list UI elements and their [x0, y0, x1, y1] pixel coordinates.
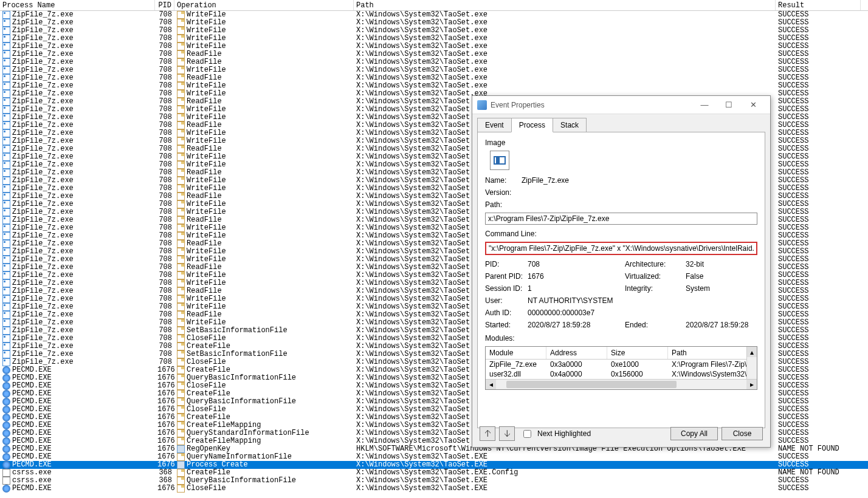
modules-table[interactable]: Module Address Size Path ZipFile_7z.exe0… — [485, 346, 757, 390]
module-row[interactable]: user32.dll0x4a00000x156000X:\Windows\Sys… — [486, 369, 757, 379]
process-icon — [2, 343, 10, 350]
pid-value: 1676 — [155, 461, 174, 469]
process-name: ZipFile_7z.exe — [12, 121, 74, 129]
operation-value: ReadFile — [187, 74, 222, 82]
table-row[interactable]: ZipFile_7z.exe708WriteFileX:\Windows\Sys… — [0, 35, 868, 43]
dialog-titlebar[interactable]: Event Properties — ☐ ✕ — [472, 96, 770, 114]
result-value: SUCCESS — [776, 169, 861, 177]
result-value: SUCCESS — [776, 58, 861, 66]
close-window-button[interactable]: ✕ — [741, 99, 765, 111]
process-name: ZipFile_7z.exe — [12, 169, 74, 177]
operation-value: QueryBasicInformationFile — [187, 477, 296, 485]
header-pid[interactable]: PID — [155, 0, 174, 10]
modules-header-path[interactable]: Path — [668, 347, 757, 359]
operation-value: CloseFile — [187, 358, 226, 366]
process-icon — [2, 74, 10, 82]
modules-header-size[interactable]: Size — [607, 347, 668, 359]
hscroll-thumb[interactable] — [506, 381, 677, 388]
table-row[interactable]: ZipFile_7z.exe708ReadFileX:\Windows\Syst… — [0, 50, 868, 58]
close-button[interactable]: Close — [722, 427, 763, 440]
process-icon — [2, 145, 10, 153]
tab-event[interactable]: Event — [477, 118, 512, 132]
result-value: SUCCESS — [776, 153, 861, 161]
result-value: SUCCESS — [776, 358, 861, 366]
operation-icon — [177, 311, 185, 319]
header-process[interactable]: Process Name — [0, 0, 155, 10]
result-value: SUCCESS — [776, 461, 861, 469]
process-icon — [2, 429, 10, 437]
operation-icon — [177, 66, 185, 74]
result-value: SUCCESS — [776, 35, 861, 43]
modules-hscroll[interactable]: ◂ ▸ — [486, 379, 757, 389]
pid-value: 708 — [155, 256, 174, 264]
table-row[interactable]: ZipFile_7z.exe708WriteFileX:\Windows\Sys… — [0, 82, 868, 90]
modules-vscroll[interactable]: ▴ — [746, 347, 757, 379]
process-icon — [2, 335, 10, 343]
table-row[interactable]: ZipFile_7z.exe708ReadFileX:\Windows\Syst… — [0, 74, 868, 82]
operation-icon — [177, 161, 185, 169]
scroll-right-icon[interactable]: ▸ — [746, 380, 757, 389]
table-row[interactable]: PECMD.EXE1676Process CreateX:\Windows\Sy… — [0, 461, 868, 469]
process-icon — [2, 106, 10, 114]
tab-stack[interactable]: Stack — [553, 118, 587, 132]
operation-icon — [177, 366, 185, 374]
operation-value: QueryStandardInformationFile — [187, 429, 309, 437]
header-operation[interactable]: Operation — [174, 0, 354, 10]
table-row[interactable]: PECMD.EXE1676QueryNameInformationFileX:\… — [0, 453, 868, 461]
pid-value: 708 — [155, 129, 174, 137]
copy-all-button[interactable]: Copy All — [670, 427, 718, 440]
table-row[interactable]: ZipFile_7z.exe708WriteFileX:\Windows\Sys… — [0, 27, 868, 35]
process-icon — [2, 137, 10, 145]
operation-value: ReadFile — [187, 121, 222, 129]
result-value: SUCCESS — [776, 311, 861, 319]
table-row[interactable]: csrss.exe368CreateFileX:\Windows\System3… — [0, 469, 868, 477]
next-highlighted-checkbox[interactable] — [523, 430, 531, 438]
operation-icon — [177, 485, 185, 493]
operation-value: WriteFile — [187, 232, 226, 240]
app-icon — [477, 100, 487, 110]
process-icon — [2, 169, 10, 177]
minimize-button[interactable]: — — [692, 99, 717, 111]
table-row[interactable]: csrss.exe368QueryBasicInformationFileX:\… — [0, 477, 868, 485]
scroll-left-icon[interactable]: ◂ — [486, 380, 496, 389]
result-value: SUCCESS — [776, 98, 861, 106]
process-name: ZipFile_7z.exe — [12, 129, 74, 137]
next-event-button[interactable]: 🡣 — [499, 426, 515, 441]
process-name: ZipFile_7z.exe — [12, 256, 74, 264]
table-row[interactable]: ZipFile_7z.exe708WriteFileX:\Windows\Sys… — [0, 11, 868, 19]
operation-value: CreateFileMapping — [187, 437, 261, 445]
operation-icon — [177, 453, 185, 461]
table-row[interactable]: ZipFile_7z.exe708WriteFileX:\Windows\Sys… — [0, 19, 868, 27]
prev-event-button[interactable]: 🡡 — [480, 426, 495, 441]
process-name: ZipFile_7z.exe — [12, 145, 74, 153]
operation-value: WriteFile — [187, 319, 226, 327]
table-row[interactable]: ZipFile_7z.exe708WriteFileX:\Windows\Sys… — [0, 43, 868, 50]
operation-value: CreateFile — [187, 390, 230, 398]
path-input[interactable] — [485, 213, 757, 225]
tab-process[interactable]: Process — [511, 118, 553, 132]
cmdline-input[interactable] — [485, 242, 757, 255]
table-row[interactable]: ZipFile_7z.exe708WriteFileX:\Windows\Sys… — [0, 66, 868, 74]
header-path[interactable]: Path — [354, 0, 776, 10]
table-row[interactable]: PECMD.EXE1676CloseFileX:\Windows\System3… — [0, 485, 868, 493]
pid-value: 708 — [155, 185, 174, 193]
process-icon — [2, 437, 10, 445]
table-row[interactable]: ZipFile_7z.exe708ReadFileX:\Windows\Syst… — [0, 58, 868, 66]
process-name: PECMD.EXE — [12, 453, 52, 461]
pid-label: PID: — [485, 260, 528, 268]
scroll-up-icon[interactable]: ▴ — [747, 347, 757, 357]
header-result[interactable]: Result — [776, 0, 861, 10]
result-value: SUCCESS — [776, 121, 861, 129]
module-row[interactable]: ZipFile_7z.exe0x3a00000xe1000X:\Program … — [486, 360, 757, 369]
process-icon — [2, 232, 10, 240]
path-label: Path: — [485, 200, 757, 209]
path-value: X:\Windows\System32\TaoSet.exe — [354, 35, 776, 43]
process-name: ZipFile_7z.exe — [12, 74, 74, 82]
maximize-button[interactable]: ☐ — [717, 99, 741, 111]
result-value: SUCCESS — [776, 145, 861, 153]
modules-header-module[interactable]: Module — [486, 347, 546, 359]
process-name: ZipFile_7z.exe — [12, 279, 74, 287]
process-icon — [2, 327, 10, 335]
operation-icon — [177, 264, 185, 271]
modules-header-address[interactable]: Address — [546, 347, 607, 359]
